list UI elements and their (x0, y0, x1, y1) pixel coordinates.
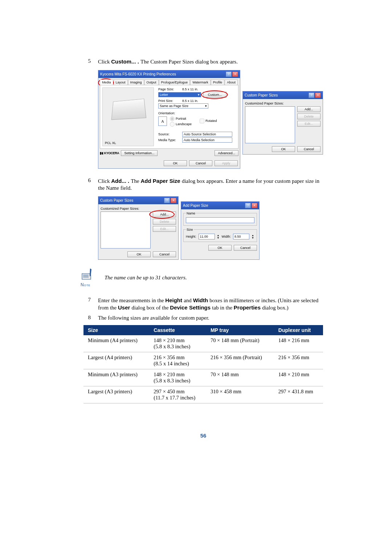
step-7: 7 Enter the measurements in the Height a… (83, 297, 323, 312)
close-icon[interactable]: × (232, 71, 238, 77)
close-icon[interactable]: × (252, 203, 257, 208)
highlight-custom-button (201, 90, 228, 99)
tab-about[interactable]: About (225, 79, 238, 85)
tab-media[interactable]: Media (100, 79, 113, 85)
height-input[interactable]: 11.00 (199, 234, 215, 239)
dialog-titlebar: Custom Paper Sizes ? × (98, 197, 178, 204)
chevron-down-icon: ▾ (198, 93, 200, 97)
dialog-title: Custom Paper Sizes (100, 198, 133, 202)
source-label: Source: (158, 132, 180, 136)
screenshot-printing-preferences-and-custom-sizes: Kyocera Mita FS-6020 KX Printing Prefere… (98, 70, 323, 169)
svg-marker-4 (90, 268, 91, 276)
tab-layout[interactable]: Layout (114, 79, 128, 85)
custom-sizes-list[interactable] (101, 212, 151, 249)
close-icon[interactable]: × (315, 93, 321, 98)
step-number: 5 (83, 58, 91, 66)
size-group-label: Size (186, 228, 194, 231)
step-8: 8 The following sizes are available for … (83, 315, 323, 322)
custom-sizes-list[interactable] (245, 106, 295, 143)
name-group-label: Name (186, 212, 196, 215)
note-text: The name can be up to 31 characters. (105, 275, 187, 281)
cancel-button[interactable]: Cancel (297, 146, 320, 152)
step-text: Click Add... . The Add Paper Size dialog… (98, 177, 323, 192)
step-text: Enter the measurements in the Height and… (98, 297, 323, 312)
ok-button[interactable]: OK (272, 146, 295, 152)
help-button[interactable]: ? (309, 93, 314, 98)
custom-paper-sizes-dialog: Custom Paper Sizes ? × Customized Paper … (98, 196, 179, 260)
add-paper-size-dialog: Add Paper Size ? × Name Size Height: 11.… (181, 201, 260, 260)
custom-sizes-label: Customized Paper Sizes: (245, 101, 320, 105)
printer-icon (111, 98, 147, 119)
help-button[interactable]: ? (226, 71, 232, 77)
highlight-add-button (149, 210, 175, 219)
step-number: 8 (83, 315, 91, 322)
width-input[interactable]: 8.50 (233, 234, 249, 239)
step-number: 7 (83, 297, 91, 312)
print-size-select[interactable]: Same as Page Size▾ (158, 103, 208, 108)
kyocera-logo: ▮◖ (100, 151, 103, 155)
help-button[interactable]: ? (245, 203, 251, 208)
step-6: 6 Click Add... . The Add Paper Size dial… (83, 177, 323, 192)
print-size-label: Print Size: (158, 99, 180, 103)
source-select[interactable]: Auto Source Selection (182, 132, 232, 137)
cancel-button[interactable]: Cancel (153, 251, 176, 257)
media-type-select[interactable]: Auto Media Selection (182, 138, 232, 143)
custom-paper-sizes-dialog: Custom Paper Sizes ? × Customized Paper … (242, 91, 323, 155)
th-duplexer: Duplexer unit (274, 325, 323, 335)
table-row: Largest (A3 printers) 297 × 450 mm(11.7 … (83, 386, 323, 403)
dialog-title: Kyocera Mita FS-6020 KX Printing Prefere… (100, 72, 176, 76)
table-header-row: Size Cassette MP tray Duplexer unit (83, 325, 323, 335)
ok-button[interactable]: OK (208, 245, 232, 251)
tab-profile[interactable]: Profile (211, 79, 225, 85)
apply-button[interactable]: Apply (215, 160, 238, 166)
landscape-radio[interactable]: Landscape (170, 122, 192, 127)
table-row: Minimum (A4 printers) 148 × 210 mm(5.8 x… (83, 335, 323, 352)
dialog-titlebar: Kyocera Mita FS-6020 KX Printing Prefere… (98, 70, 240, 78)
th-size: Size (83, 325, 149, 335)
th-mptray: MP tray (206, 325, 274, 335)
chevron-down-icon: ▾ (205, 104, 207, 108)
setting-info-button[interactable]: Setting Information... (121, 150, 158, 156)
height-label: Height: (186, 235, 196, 238)
edit-button[interactable]: Edit... (153, 226, 176, 232)
page-size-select[interactable]: Letter▾ (158, 92, 201, 97)
tab-prologue[interactable]: Prologue/Epilogue (159, 79, 190, 85)
ok-button[interactable]: OK (164, 160, 187, 166)
custom-sizes-label: Customized Paper Sizes: (101, 206, 176, 210)
step-text: Click Custom... . The Custom Paper Sizes… (98, 58, 323, 66)
tab-strip: Media Layout Imaging Output Prologue/Epi… (100, 79, 238, 85)
preview-label: PCL XL (103, 141, 154, 146)
cancel-button[interactable]: Cancel (189, 160, 212, 166)
note-icon (81, 268, 97, 283)
close-icon[interactable]: × (171, 198, 176, 203)
edit-button[interactable]: Edit... (297, 121, 320, 127)
page-number: 56 (83, 432, 323, 439)
preview-panel: PCL XL (102, 87, 154, 146)
dialog-title: Add Paper Size (183, 204, 208, 208)
delete-button[interactable]: Delete (297, 114, 320, 119)
tab-watermark[interactable]: Watermark (190, 79, 211, 85)
tab-imaging[interactable]: Imaging (128, 79, 144, 85)
step-number: 6 (83, 177, 91, 192)
dialog-title: Custom Paper Sizes (245, 93, 278, 97)
tab-output[interactable]: Output (144, 79, 159, 85)
orientation-icon: A (158, 116, 167, 126)
page-size-label: Page Size: (158, 87, 180, 91)
rotated-checkbox[interactable]: Rotated (200, 119, 217, 123)
cancel-button[interactable]: Cancel (234, 245, 257, 251)
note-label: Note (81, 282, 97, 287)
add-button[interactable]: Add... (297, 106, 320, 112)
delete-button[interactable]: Delete (153, 219, 176, 225)
help-button[interactable]: ? (164, 198, 170, 203)
advanced-button[interactable]: Advanced... (215, 150, 238, 156)
note-block: Note The name can be up to 31 characters… (81, 268, 323, 287)
table-row: Largest (A4 printers) 216 × 356 mm(8.5 x… (83, 352, 323, 369)
ok-button[interactable]: OK (127, 251, 151, 257)
screenshot-custom-sizes-and-add-paper: Custom Paper Sizes ? × Customized Paper … (98, 196, 323, 260)
step-text: The following sizes are available for cu… (98, 315, 323, 322)
dialog-titlebar: Custom Paper Sizes ? × (243, 91, 323, 99)
width-label: Width: (221, 235, 231, 238)
orientation-label: Orientation: (158, 111, 236, 115)
portrait-radio[interactable]: Portrait (170, 116, 186, 121)
name-input[interactable] (186, 217, 254, 223)
